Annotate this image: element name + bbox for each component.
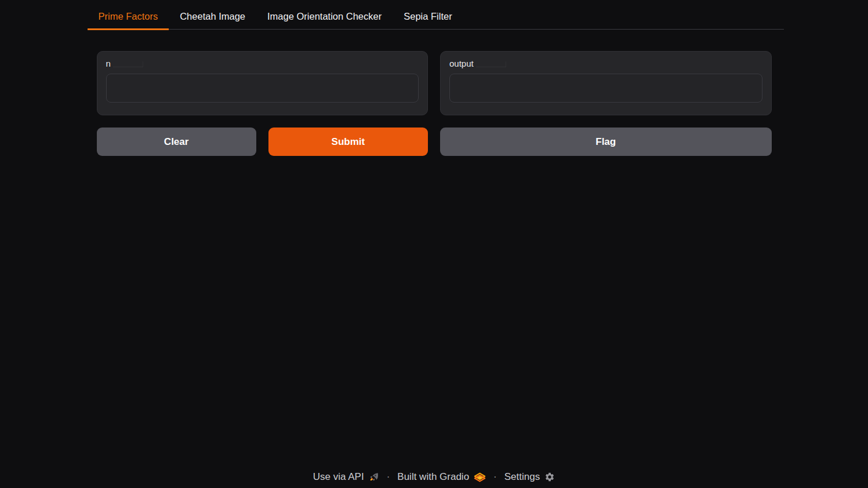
footer-separator: · xyxy=(491,471,499,483)
footer-separator: · xyxy=(384,471,393,483)
gradio-logo-icon xyxy=(474,472,486,483)
output-field[interactable] xyxy=(449,74,762,103)
n-input[interactable] xyxy=(106,74,419,103)
tab-cheetah-image[interactable]: Cheetah Image xyxy=(169,6,256,30)
input-panel: n xyxy=(97,51,428,115)
submit-button[interactable]: Submit xyxy=(268,128,428,156)
rocket-icon xyxy=(369,472,379,482)
clear-submit-group: Clear Submit xyxy=(97,128,428,156)
built-with-gradio-label: Built with Gradio xyxy=(397,471,469,483)
label-ghost xyxy=(113,61,143,67)
label-ghost xyxy=(476,61,506,67)
settings-link[interactable]: Settings xyxy=(504,471,555,483)
footer: Use via API · Built with Gradio · Settin… xyxy=(0,471,868,483)
tab-sepia-filter[interactable]: Sepia Filter xyxy=(393,6,463,30)
output-panel: output xyxy=(440,51,772,115)
flag-button[interactable]: Flag xyxy=(440,128,772,156)
use-via-api-link[interactable]: Use via API xyxy=(313,471,379,483)
io-row: n output xyxy=(97,51,772,115)
clear-button[interactable]: Clear xyxy=(97,128,256,156)
tab-panel-prime-factors: n output Clear Submit Flag xyxy=(85,30,784,156)
gradio-app: Prime Factors Cheetah Image Image Orient… xyxy=(85,0,784,156)
input-label: n xyxy=(106,59,419,68)
flag-group: Flag xyxy=(440,128,772,156)
built-with-gradio-link[interactable]: Built with Gradio xyxy=(397,471,486,483)
tab-prime-factors[interactable]: Prime Factors xyxy=(88,6,169,30)
tab-bar: Prime Factors Cheetah Image Image Orient… xyxy=(88,6,784,30)
settings-label: Settings xyxy=(504,471,540,483)
use-via-api-label: Use via API xyxy=(313,471,364,483)
output-label: output xyxy=(449,59,762,68)
tab-image-orientation-checker[interactable]: Image Orientation Checker xyxy=(256,6,393,30)
gear-icon xyxy=(544,472,555,482)
action-button-row: Clear Submit Flag xyxy=(97,128,772,156)
